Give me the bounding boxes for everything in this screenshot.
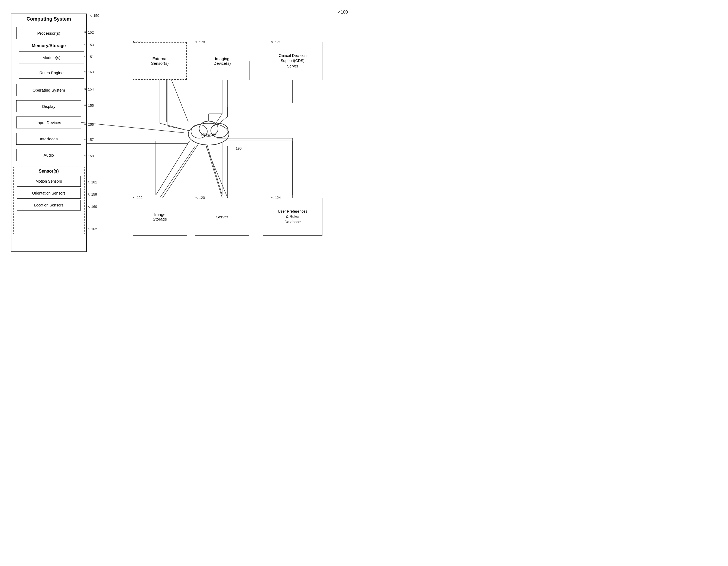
imaging-device-line2: Device(s) (213, 61, 231, 66)
cds-line1: Clinical Decision (279, 53, 307, 59)
ref-162: ↖ 162 (87, 227, 97, 231)
memory-storage-label: Memory/Storage (11, 43, 87, 48)
ref-120: ↖ 120 (195, 196, 205, 200)
ref-171: ↖ 171 (271, 40, 281, 44)
orientation-sensors-box: Orientation Sensors (17, 188, 81, 199)
image-storage-line1: Image (153, 212, 167, 217)
ref-157: ↖ 157 (84, 138, 94, 142)
network-cloud: Network (184, 117, 233, 149)
cds-line2: Support(CDS) (279, 58, 307, 64)
svg-text:Network: Network (201, 132, 217, 137)
ref-156: ↖ 156 (84, 122, 94, 127)
ref-151: ↖ 151 (84, 55, 94, 59)
diagram-ref-100: ↗100 (337, 9, 348, 15)
motion-sensors-box: Motion Sensors (17, 176, 81, 187)
ref-154: ↖ 154 (84, 87, 94, 91)
image-storage-box: Image Storage (133, 198, 187, 236)
external-sensor-box: External Sensor(s) (133, 42, 187, 80)
ref-158: ↖ 158 (84, 154, 94, 158)
external-sensor-line2: Sensor(s) (151, 61, 169, 66)
computing-system-title: Computing System (11, 14, 87, 22)
processors-box: Processor(s) (16, 27, 81, 39)
server-label: Server (216, 215, 228, 219)
location-sensors-box: Location Sensors (17, 200, 81, 211)
ref-160: ↖ 160 (87, 205, 97, 209)
external-sensor-line1: External (151, 56, 169, 61)
svg-line-11 (156, 141, 190, 195)
server-box: Server (195, 198, 249, 236)
interfaces-box: Interfaces (16, 133, 81, 145)
display-box: Display (16, 100, 81, 112)
ref-170: ↖ 170 (195, 40, 205, 44)
input-devices-box: Input Devices (16, 117, 81, 128)
ref-150: ↖ 150 (89, 14, 99, 18)
svg-line-47 (160, 123, 184, 130)
ref-190: 190 (236, 146, 242, 150)
modules-box: Module(s) (19, 51, 84, 63)
ref-125: ↖ 125 (133, 40, 143, 44)
diagram: ↗100 Computing System ↖ 150 Processor(s)… (0, 0, 364, 283)
sensors-title: Sensor(s) (14, 167, 84, 175)
imaging-device-line1: Imaging (213, 56, 231, 61)
ref-152: ↖ 152 (84, 30, 94, 34)
sensors-box: Sensor(s) Motion Sensors Orientation Sen… (13, 167, 85, 234)
svg-line-28 (206, 146, 228, 198)
userprefs-line1: User Preferences (278, 209, 308, 214)
ref-159: ↖ 159 (87, 192, 97, 196)
cds-line3: Server (279, 64, 307, 69)
user-preferences-box: User Preferences & Rules Database (263, 198, 322, 236)
svg-line-13 (206, 141, 222, 195)
ref-155: ↖ 155 (84, 104, 94, 108)
image-storage-line2: Storage (153, 217, 167, 221)
rules-engine-box: Rules Engine (19, 67, 84, 79)
svg-line-45 (81, 122, 184, 133)
audio-box: Audio (16, 149, 81, 161)
ref-122: ↖ 122 (133, 196, 143, 200)
svg-line-26 (163, 145, 198, 198)
svg-line-52 (160, 146, 195, 198)
ref-163: ↖ 163 (84, 70, 94, 74)
imaging-device-box: Imaging Device(s) (195, 42, 249, 80)
ref-124: ↖ 124 (271, 196, 281, 200)
ref-161: ↖ 161 (87, 180, 97, 184)
cds-server-box: Clinical Decision Support(CDS) Server (263, 42, 322, 80)
operating-system-box: Operating System (16, 84, 81, 96)
ref-153: ↖ 153 (84, 43, 94, 47)
svg-line-53 (206, 146, 222, 198)
userprefs-line3: Database (278, 219, 308, 225)
userprefs-line2: & Rules (278, 214, 308, 219)
